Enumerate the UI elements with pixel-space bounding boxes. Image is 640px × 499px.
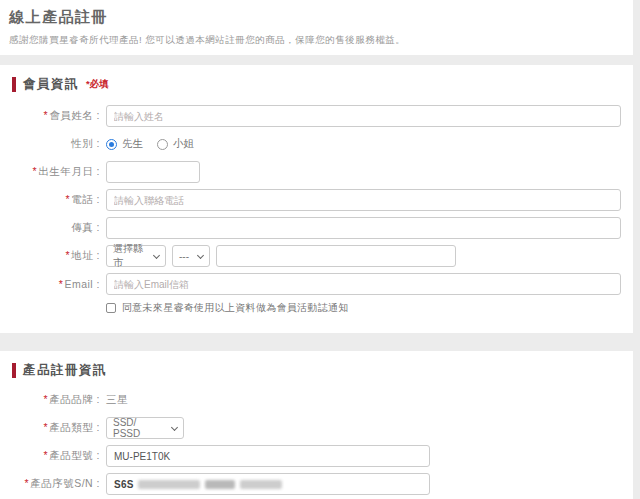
district-select-value: --- (179, 251, 189, 262)
address-input[interactable] (216, 245, 456, 267)
brand-value: 三星 (106, 393, 128, 407)
product-info-section: 產品註冊資訊 *產品品牌 : 三星 *產品類型 : SSD/ PSSD *產品型… (0, 351, 633, 499)
member-name-label: *會員姓名 : (12, 109, 100, 123)
required-note: *必填 (86, 78, 109, 91)
phone-label: *電話 : (12, 193, 100, 207)
city-select-value: 選擇縣市 (113, 242, 148, 270)
member-info-section: 會員資訊 *必填 *會員姓名 : 性別 : 先生 小姐 *出生年月日 : (0, 65, 633, 333)
address-label: *地址 : (12, 249, 100, 263)
required-asterisk: * (44, 109, 49, 121)
brand-label: *產品品牌 : (12, 393, 100, 407)
chevron-down-icon (171, 423, 178, 430)
gender-label: 性別 : (12, 137, 100, 151)
serial-label: *產品序號S/N : (12, 477, 100, 491)
product-type-select[interactable]: SSD/ PSSD (106, 417, 184, 439)
radio-selected-icon (106, 139, 117, 150)
gender-row: 性別 : 先生 小姐 (12, 133, 621, 155)
district-select[interactable]: --- (172, 245, 210, 267)
required-asterisk: * (33, 165, 38, 177)
required-asterisk: * (44, 421, 49, 433)
product-type-value: SSD/ PSSD (113, 417, 166, 439)
serial-redacted-segment (240, 480, 282, 489)
product-section-title: 產品註冊資訊 (23, 362, 107, 379)
fax-input[interactable] (106, 217, 621, 239)
birthday-input[interactable] (106, 161, 200, 183)
chevron-down-icon (197, 251, 204, 258)
email-row: *Email : (12, 273, 621, 295)
serial-visible-value: S6S (114, 479, 134, 490)
birthday-row: *出生年月日 : (12, 161, 621, 183)
city-select[interactable]: 選擇縣市 (106, 245, 166, 267)
fax-row: 傳真 : (12, 217, 621, 239)
serial-redacted-segment (138, 480, 200, 489)
serial-input[interactable]: S6S (106, 473, 430, 495)
section-accent-bar (12, 77, 16, 92)
fax-label: 傳真 : (12, 221, 100, 235)
chevron-down-icon (153, 251, 160, 258)
member-name-input[interactable] (106, 105, 621, 127)
gender-male-label: 先生 (122, 137, 143, 151)
birthday-label: *出生年月日 : (12, 165, 100, 179)
product-registration-page: 線上產品註冊 感謝您購買星睿奇所代理產品! 您可以透過本網站註冊您的商品，保障您… (0, 0, 640, 499)
phone-row: *電話 : (12, 189, 621, 211)
product-model-row: *產品型號 : (12, 445, 621, 467)
member-section-header: 會員資訊 *必填 (12, 76, 621, 93)
consent-row: 同意未來星睿奇使用以上資料做為會員活動誌通知 (106, 301, 621, 315)
page-header: 線上產品註冊 感謝您購買星睿奇所代理產品! 您可以透過本網站註冊您的商品，保障您… (0, 0, 633, 55)
member-section-title: 會員資訊 (23, 76, 79, 93)
consent-checkbox[interactable] (106, 303, 116, 313)
brand-row: *產品品牌 : 三星 (12, 391, 621, 409)
required-asterisk: * (25, 477, 30, 489)
product-model-label: *產品型號 : (12, 449, 100, 463)
email-label: *Email : (12, 278, 100, 290)
email-input[interactable] (106, 273, 621, 295)
gender-female-label: 小姐 (173, 137, 194, 151)
section-accent-bar (12, 363, 16, 378)
radio-unselected-icon (157, 139, 168, 150)
gender-radio-male[interactable]: 先生 (106, 137, 143, 151)
required-asterisk: * (44, 449, 49, 461)
address-row: *地址 : 選擇縣市 --- (12, 245, 621, 267)
required-asterisk: * (59, 278, 64, 290)
serial-row: *產品序號S/N : S6S (12, 473, 621, 495)
product-model-input[interactable] (106, 445, 430, 467)
member-name-row: *會員姓名 : (12, 105, 621, 127)
required-asterisk: * (66, 249, 71, 261)
product-type-row: *產品類型 : SSD/ PSSD (12, 417, 621, 439)
gender-radio-group: 先生 小姐 (106, 137, 208, 151)
gender-radio-female[interactable]: 小姐 (157, 137, 194, 151)
page-subtitle: 感謝您購買星睿奇所代理產品! 您可以透過本網站註冊您的商品，保障您的售後服務權益… (9, 34, 623, 47)
consent-label: 同意未來星睿奇使用以上資料做為會員活動誌通知 (122, 301, 349, 315)
phone-input[interactable] (106, 189, 621, 211)
product-section-header: 產品註冊資訊 (12, 362, 621, 379)
serial-redacted-segment (205, 480, 235, 489)
product-type-label: *產品類型 : (12, 421, 100, 435)
required-asterisk: * (66, 193, 71, 205)
required-asterisk: * (44, 393, 49, 405)
page-title: 線上產品註冊 (9, 8, 623, 27)
